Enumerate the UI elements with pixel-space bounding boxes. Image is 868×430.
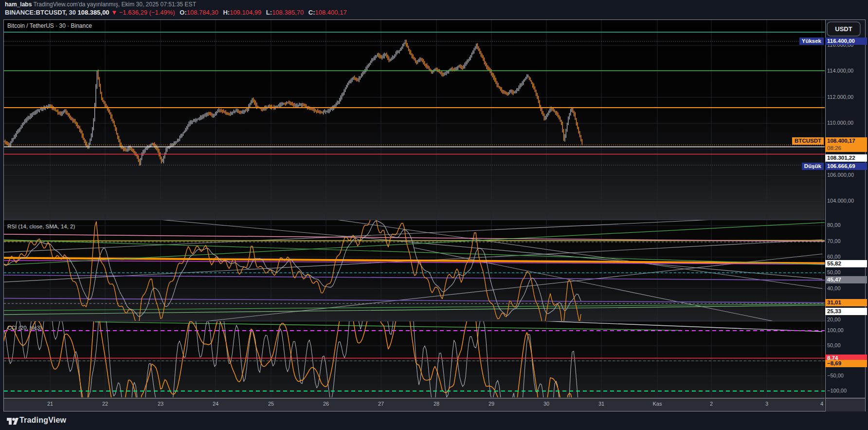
cci-axis-tick: −100,00 (827, 388, 847, 393)
time-axis-tick: 4 (811, 401, 832, 407)
price-tag-btcusdt: BTCUSDT (792, 137, 824, 145)
rsi-pane[interactable]: RSI (14, close, SMA, 14, 2) (4, 220, 825, 321)
time-axis-tick: 29 (481, 401, 502, 407)
low-value: 108.385,70 (272, 9, 304, 16)
time-axis-tick: 22 (94, 401, 116, 407)
currency-toggle-button[interactable]: USDT (827, 21, 861, 37)
price-axis-tick: 104.000,00 (827, 198, 854, 204)
symbol-status-line: BINANCE:BTCUSDT, 30 108.385,00 ▼ −1.636,… (5, 9, 347, 16)
low-label: L: (266, 9, 272, 16)
symbol-name[interactable]: BINANCE:BTCUSDT, 30 (5, 9, 76, 16)
open-label: O: (180, 9, 186, 16)
time-axis-tick: 27 (370, 401, 392, 407)
cci-axis-tick: −50,00 (827, 373, 844, 378)
time-axis-tick: 21 (39, 401, 61, 407)
rsi-axis-tick: 70,00 (827, 238, 841, 244)
price-pane[interactable]: Bitcoin / TetherUS · 30 · Binance (4, 20, 825, 220)
rsi-axis-tick: 50,00 (827, 269, 841, 275)
publish-info: ham_labs TradingView.com'da yayınlanmış,… (5, 1, 196, 8)
cci-value-label: −8,69 (825, 360, 867, 367)
time-axis-tick: 2 (701, 401, 722, 407)
chart-widget: Bitcoin / TetherUS · 30 · Binance RSI (1… (3, 19, 866, 411)
last-price: 108.385,00 (78, 9, 109, 16)
rsi-axis-tick: 60,00 (827, 254, 841, 260)
price-tag-düşük: Düşük (802, 163, 824, 170)
publish-text: TradingView.com'da yayınlanmış, Ekim 30,… (33, 1, 196, 8)
price-label: 106.666,69 (825, 163, 867, 170)
price-change: −1.636,29 (−1.49%) (119, 9, 175, 16)
cci-pane[interactable]: CCI (20, hlc3) (4, 321, 825, 397)
rsi-axis-tick: 80,00 (827, 222, 841, 228)
price-label: 108.400,1708:26 (825, 137, 867, 152)
time-axis-tick: 23 (150, 401, 171, 407)
rsi-axis-tick: 40,00 (827, 285, 841, 291)
tradingview-brand-text[interactable]: TradingView (19, 416, 66, 425)
price-axis-tick: 114.000,00 (827, 68, 853, 74)
cci-axis-tick: 50,00 (827, 342, 841, 348)
high-value: 109.104,99 (230, 9, 261, 16)
chart-title: Bitcoin / TetherUS · 30 · Binance (7, 22, 92, 29)
close-label: C: (308, 9, 315, 16)
price-tag-yüksek: Yüksek (799, 37, 824, 45)
open-value: 108.784,30 (187, 9, 218, 16)
price-axis-tick: 112.000,00 (827, 94, 853, 100)
time-axis-tick: 31 (591, 401, 612, 407)
rsi-value-label: 55,82 (825, 260, 867, 267)
rsi-value-label: 45,47 (825, 276, 867, 283)
time-axis-tick: 24 (205, 401, 226, 407)
time-axis-tick: 25 (260, 401, 282, 407)
price-label: 116.400,00 (825, 37, 867, 45)
cci-indicator-label[interactable]: CCI (20, hlc3) (7, 325, 42, 331)
tradingview-logo-icon[interactable] (6, 416, 19, 426)
price-axis-tick: 106.000,00 (827, 172, 854, 178)
time-axis-tick: 30 (536, 401, 557, 407)
rsi-value-label: 31,01 (825, 299, 867, 306)
close-value: 108.400,17 (315, 9, 347, 16)
time-axis-tick: 3 (756, 401, 778, 407)
time-axis-tick: 28 (426, 401, 447, 407)
price-axis-tick: 110.000,00 (827, 120, 853, 126)
down-arrow-icon: ▼ (111, 9, 117, 16)
rsi-value-label: 25,33 (825, 308, 867, 315)
rsi-indicator-label[interactable]: RSI (14, close, SMA, 14, 2) (7, 224, 75, 229)
tradingview-snapshot: ham_labs TradingView.com'da yayınlanmış,… (0, 0, 868, 430)
high-label: H: (223, 9, 230, 16)
author-name: ham_labs (5, 1, 32, 8)
time-axis-tick: 26 (315, 401, 337, 407)
cci-axis-tick: 100,00 (827, 327, 844, 333)
price-label: 108.301,22 (825, 154, 867, 162)
time-axis-tick: Kas (647, 401, 668, 407)
footer: TradingView (0, 411, 868, 430)
rsi-axis-tick: 20,00 (827, 317, 841, 322)
price-axis[interactable] (825, 20, 865, 398)
